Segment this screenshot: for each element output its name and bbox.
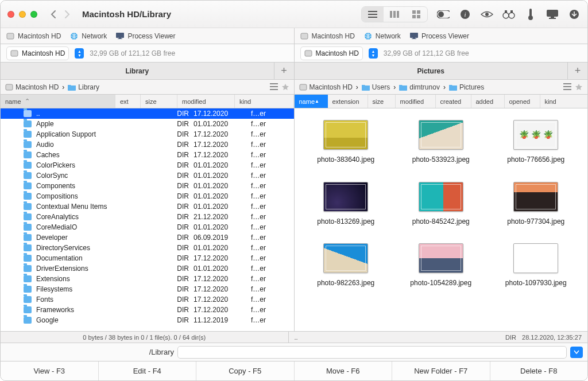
file-row[interactable]: AppleDIR01.01.2020f…er (1, 119, 294, 129)
freespace-left: 32,99 GB of 121,12 GB free (90, 49, 175, 57)
zoom-window-button[interactable] (30, 11, 37, 18)
grid-item[interactable]: photo-977304.jpeg (492, 182, 581, 227)
file-row[interactable]: ColorPickersDIR01.01.2020f…er (1, 160, 294, 170)
file-size: DIR (157, 161, 194, 169)
file-row[interactable]: ExtensionsDIR17.12.2020f…er (1, 274, 294, 284)
nav-forward-button[interactable] (60, 8, 74, 21)
add-tab-left-button[interactable]: + (274, 63, 294, 79)
breadcrumb-item[interactable]: Pictures (449, 83, 484, 91)
file-row[interactable]: DirectoryServicesDIR01.01.2020f…er (1, 243, 294, 253)
view-columns-button[interactable] (384, 7, 405, 22)
star-icon[interactable] (575, 83, 583, 91)
download-button[interactable] (568, 8, 581, 21)
col-name-left[interactable]: name⌃ (1, 95, 115, 108)
file-row[interactable]: FilesystemsDIR17.12.2020f…er (1, 284, 294, 294)
nav-back-button[interactable] (47, 8, 60, 21)
source-tab-left-2[interactable]: Process Viewer (116, 32, 175, 40)
col-modified-right[interactable]: modified (396, 95, 436, 108)
file-row[interactable]: ..DIR17.12.2020f…er (1, 108, 294, 119)
file-row[interactable]: Application SupportDIR17.12.2020f…er (1, 129, 294, 139)
file-row[interactable]: AudioDIR17.12.2020f…er (1, 139, 294, 150)
file-row[interactable]: GoogleDIR11.12.2019f…er (1, 315, 294, 325)
source-tab-right-0[interactable]: Macintosh HD (300, 32, 355, 40)
col-extension-right[interactable]: extension (328, 95, 368, 108)
file-row[interactable]: FontsDIR17.12.2020f…er (1, 294, 294, 305)
command-input[interactable] (177, 346, 567, 359)
hdd-icon (300, 32, 308, 40)
fn-button-2[interactable]: Copy - F5 (196, 361, 295, 380)
file-row[interactable]: CoreAnalyticsDIR21.12.2020f…er (1, 212, 294, 222)
source-tab-right-2[interactable]: Process Viewer (410, 32, 469, 40)
file-size: DIR (157, 234, 194, 242)
fn-button-1[interactable]: Edit - F4 (99, 361, 197, 380)
grid-item[interactable]: photo-813269.jpeg (301, 182, 391, 227)
view-list-button[interactable] (362, 7, 384, 22)
file-size: DIR (157, 151, 194, 159)
drive-selector-left[interactable]: Macintosh HD (6, 46, 69, 60)
monitor-button[interactable] (546, 8, 559, 21)
toggle-switch-button[interactable] (437, 8, 450, 21)
panel-tab-right[interactable]: Pictures (295, 63, 568, 79)
drive-selector-right[interactable]: Macintosh HD (300, 46, 363, 60)
drive-stepper-left[interactable]: ▲▼ (75, 48, 84, 59)
thermometer-button[interactable] (524, 8, 537, 21)
quicklook-button[interactable] (481, 8, 493, 21)
fn-button-4[interactable]: New Folder - F7 (392, 361, 490, 380)
source-tab-left-1[interactable]: Network (70, 32, 107, 40)
close-window-button[interactable] (7, 11, 14, 18)
col-modified-left[interactable]: modified (177, 95, 235, 108)
grid-item[interactable]: photo-383640.jpeg (301, 120, 391, 165)
breadcrumb-item[interactable]: Macintosh HD (5, 83, 59, 91)
breadcrumb-item[interactable]: Macintosh HD (299, 83, 353, 91)
file-modified: 17.12.2020 (194, 285, 251, 293)
fn-button-3[interactable]: Move - F6 (295, 361, 393, 380)
panel-right[interactable]: photo-383640.jpegphoto-533923.jpegphoto-… (294, 108, 588, 331)
file-row[interactable]: ColorSyncDIR01.01.2020f…er (1, 170, 294, 181)
col-created-right[interactable]: created (436, 95, 471, 108)
source-tab-left-0[interactable]: Macintosh HD (6, 32, 61, 40)
binoculars-button[interactable] (502, 8, 515, 21)
file-row[interactable]: CoreMediaIODIR01.01.2020f…er (1, 222, 294, 232)
file-row[interactable]: DocumentationDIR17.12.2020f…er (1, 253, 294, 263)
panel-tab-left[interactable]: Library (1, 63, 274, 79)
source-tab-label: Process Viewer (421, 32, 469, 40)
grid-item[interactable]: photo-1054289.jpeg (396, 243, 486, 288)
info-button[interactable]: i (459, 8, 471, 21)
command-history-button[interactable] (570, 347, 583, 358)
breadcrumb-item[interactable]: dimtrunov (399, 83, 440, 91)
col-size-right[interactable]: size (368, 95, 396, 108)
file-row[interactable]: FrameworksDIR17.12.2020f…er (1, 305, 294, 315)
star-icon[interactable] (281, 83, 289, 91)
col-kind-right[interactable]: kind (540, 95, 588, 108)
grid-item[interactable]: photo-982263.jpeg (301, 243, 391, 288)
file-row[interactable]: ComponentsDIR01.01.2020f…er (1, 181, 294, 191)
breadcrumb-item[interactable]: Users (362, 83, 390, 91)
add-tab-right-button[interactable]: + (568, 63, 587, 79)
col-size-left[interactable]: size (141, 95, 177, 108)
col-added-right[interactable]: added (471, 95, 505, 108)
list-toggle-icon[interactable] (270, 83, 278, 91)
file-row[interactable]: DriverExtensionsDIR01.01.2020f…er (1, 263, 294, 274)
view-grid-button[interactable] (405, 7, 427, 22)
file-modified: 17.12.2020 (194, 141, 251, 149)
minimize-window-button[interactable] (19, 11, 26, 18)
fn-button-0[interactable]: View - F3 (1, 361, 99, 380)
col-opened-right[interactable]: opened (505, 95, 540, 108)
col-name-right[interactable]: name ▲ (295, 95, 328, 108)
grid-item[interactable]: photo-776656.jpeg (492, 120, 581, 165)
breadcrumb-item[interactable]: Library (68, 83, 99, 91)
col-kind-left[interactable]: kind (235, 95, 294, 108)
source-tab-right-1[interactable]: Network (364, 32, 401, 40)
col-ext-left[interactable]: ext (115, 95, 141, 108)
grid-item[interactable]: photo-1097930.jpeg (492, 243, 581, 288)
grid-item[interactable]: photo-533923.jpeg (396, 120, 486, 165)
drive-stepper-right[interactable]: ▲▼ (369, 48, 378, 59)
grid-item[interactable]: photo-845242.jpeg (396, 182, 486, 227)
file-row[interactable]: Contextual Menu ItemsDIR01.01.2020f…er (1, 201, 294, 212)
fn-button-5[interactable]: Delete - F8 (490, 361, 588, 380)
list-toggle-icon[interactable] (563, 83, 571, 91)
file-row[interactable]: CachesDIR17.12.2020f…er (1, 150, 294, 160)
file-row[interactable]: CompositionsDIR01.01.2020f…er (1, 191, 294, 201)
panel-left[interactable]: ..DIR17.12.2020f…erAppleDIR01.01.2020f…e… (1, 108, 294, 331)
file-row[interactable]: DeveloperDIR06.09.2019f…er (1, 232, 294, 243)
